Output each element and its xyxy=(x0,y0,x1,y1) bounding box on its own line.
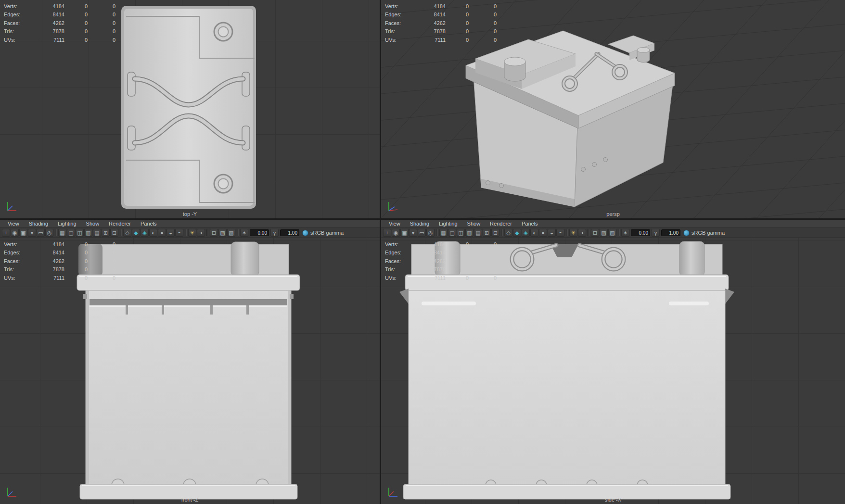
film-gate-icon[interactable]: ▢ xyxy=(448,229,456,237)
panel-toolbar: +◉▣▾▭◎▦▢◫▥▤⊞⊡◇◆◈◐●◒◓☀◑⊟▧▨ ✶ 0.00 γ 1.00 … xyxy=(381,228,845,238)
lock-camera-icon[interactable]: ◉ xyxy=(392,229,400,237)
shadows-toggle-icon[interactable]: ◑ xyxy=(578,229,586,237)
hud-value-selected: 0 xyxy=(64,12,88,17)
menu-panels[interactable]: Panels xyxy=(517,221,543,227)
xray-joints-icon[interactable]: ▨ xyxy=(227,229,235,237)
menu-show[interactable]: Show xyxy=(462,221,486,227)
toolbar-separator xyxy=(55,229,57,236)
hud-value-other: 0 xyxy=(469,20,497,26)
wireframe-icon[interactable]: ◇ xyxy=(123,229,131,237)
camera-attributes-icon[interactable]: ▣ xyxy=(19,229,27,237)
hud-value-total: 4184 xyxy=(36,3,64,9)
motion-blur-icon[interactable]: ◓ xyxy=(556,229,564,237)
gate-mask-icon[interactable]: ▥ xyxy=(465,229,474,237)
image-plane-icon[interactable]: ▭ xyxy=(37,229,45,237)
persp-view-canvas[interactable]: Verts: 4184 0 0 Edges: 8414 0 0 Faces: xyxy=(381,0,845,218)
safe-action-icon[interactable]: ⊞ xyxy=(102,229,110,237)
menu-shading[interactable]: Shading xyxy=(405,221,434,227)
exposure-field[interactable]: 0.00 xyxy=(250,229,269,236)
select-camera-icon[interactable]: + xyxy=(2,229,10,237)
safe-title-icon[interactable]: ⊡ xyxy=(491,229,499,237)
use-default-material-icon[interactable]: ◐ xyxy=(149,229,157,237)
hud-label: Edges: xyxy=(4,12,36,17)
menu-panels[interactable]: Panels xyxy=(136,221,162,227)
select-camera-icon[interactable]: + xyxy=(383,229,391,237)
exposure-toggle-icon[interactable]: ✶ xyxy=(240,229,248,237)
menu-renderer[interactable]: Renderer xyxy=(485,221,517,227)
menu-items: ViewShadingLightingShowRendererPanels xyxy=(3,221,162,227)
toolbar-separator xyxy=(185,229,187,236)
use-default-material-icon[interactable]: ◐ xyxy=(530,229,538,237)
bookmarks-icon[interactable]: ▾ xyxy=(28,229,36,237)
image-plane-icon[interactable]: ▭ xyxy=(418,229,426,237)
exposure-field[interactable]: 0.00 xyxy=(631,229,650,236)
ambient-occlusion-icon[interactable]: ◒ xyxy=(548,229,556,237)
gamma-toggle-icon[interactable]: γ xyxy=(652,229,660,237)
toolbar-separator xyxy=(206,229,208,236)
pan-zoom-icon[interactable]: ◎ xyxy=(426,229,435,237)
view-transform-select[interactable]: sRGB gamma xyxy=(683,230,725,236)
grid-icon[interactable]: ▦ xyxy=(58,229,66,237)
grid-icon[interactable]: ▦ xyxy=(439,229,448,237)
top-view-canvas[interactable]: Verts: 4184 0 0 Edges: 8414 0 0 Faces: xyxy=(0,0,380,218)
lights-icon[interactable]: ☀ xyxy=(569,229,577,237)
hud-value-total: 8414 xyxy=(36,250,64,255)
menu-lighting[interactable]: Lighting xyxy=(434,221,462,227)
hud-label: Edges: xyxy=(4,250,36,255)
safe-title-icon[interactable]: ⊡ xyxy=(110,229,118,237)
xray-icon[interactable]: ▧ xyxy=(218,229,227,237)
camera-attributes-icon[interactable]: ▣ xyxy=(400,229,409,237)
textured-icon[interactable]: ◈ xyxy=(141,229,149,237)
hud-value-total: 7111 xyxy=(417,275,446,281)
lock-camera-icon[interactable]: ◉ xyxy=(11,229,19,237)
wireframe-icon[interactable]: ◇ xyxy=(504,229,512,237)
menu-shading[interactable]: Shading xyxy=(24,221,53,227)
film-gate-icon[interactable]: ▢ xyxy=(67,229,75,237)
resolution-gate-icon[interactable]: ◫ xyxy=(457,229,465,237)
hud-label: Verts: xyxy=(385,241,417,247)
pan-zoom-icon[interactable]: ◎ xyxy=(45,229,53,237)
menu-view[interactable]: View xyxy=(3,221,24,227)
poly-count-hud: Verts: 4184 0 0 Edges: 8414 0 0 Faces: xyxy=(4,240,115,282)
exposure-toggle-icon[interactable]: ✶ xyxy=(621,229,629,237)
menu-show[interactable]: Show xyxy=(81,221,104,227)
resolution-gate-icon[interactable]: ◫ xyxy=(76,229,84,237)
textured-icon[interactable]: ◈ xyxy=(522,229,530,237)
motion-blur-icon[interactable]: ◓ xyxy=(175,229,183,237)
gamma-field[interactable]: 1.00 xyxy=(280,229,299,236)
shadows-icon[interactable]: ● xyxy=(158,229,166,237)
hud-value-other: 0 xyxy=(469,241,497,247)
isolate-select-icon[interactable]: ⊟ xyxy=(591,229,599,237)
gamma-toggle-icon[interactable]: γ xyxy=(270,229,279,237)
shadows-toggle-icon[interactable]: ◑ xyxy=(197,229,205,237)
hud-value-selected: 0 xyxy=(64,250,88,255)
toolbar-separator xyxy=(588,229,589,236)
hud-value-other: 0 xyxy=(88,275,115,281)
shadows-icon[interactable]: ● xyxy=(539,229,547,237)
xray-icon[interactable]: ▧ xyxy=(600,229,608,237)
field-chart-icon[interactable]: ▤ xyxy=(474,229,482,237)
view-transform-select[interactable]: sRGB gamma xyxy=(302,230,344,236)
front-view-canvas[interactable]: Verts: 4184 0 0 Edges: 8414 0 0 Faces: xyxy=(0,238,380,504)
lights-icon[interactable]: ☀ xyxy=(188,229,196,237)
smooth-shade-icon[interactable]: ◆ xyxy=(513,229,521,237)
field-chart-icon[interactable]: ▤ xyxy=(93,229,101,237)
hud-value-total: 4184 xyxy=(417,241,446,247)
isolate-select-icon[interactable]: ⊟ xyxy=(210,229,218,237)
bookmarks-icon[interactable]: ▾ xyxy=(409,229,417,237)
hud-row: Verts: 4184 0 0 xyxy=(4,240,115,249)
ambient-occlusion-icon[interactable]: ◒ xyxy=(166,229,175,237)
gate-mask-icon[interactable]: ▥ xyxy=(84,229,92,237)
hud-value-selected: 0 xyxy=(64,20,88,26)
safe-action-icon[interactable]: ⊞ xyxy=(483,229,491,237)
hud-value-other: 0 xyxy=(88,250,115,255)
xray-joints-icon[interactable]: ▨ xyxy=(608,229,616,237)
smooth-shade-icon[interactable]: ◆ xyxy=(132,229,140,237)
side-view-canvas[interactable]: Verts: 4184 0 0 Edges: 8414 0 0 Faces: xyxy=(381,238,845,504)
menu-lighting[interactable]: Lighting xyxy=(53,221,81,227)
gamma-field[interactable]: 1.00 xyxy=(661,229,680,236)
menu-renderer[interactable]: Renderer xyxy=(104,221,136,227)
toolbar-icons: +◉▣▾▭◎▦▢◫▥▤⊞⊡◇◆◈◐●◒◓☀◑⊟▧▨ xyxy=(383,229,621,237)
poly-count-hud: Verts: 4184 0 0 Edges: 8414 0 0 Faces: xyxy=(385,2,497,44)
menu-view[interactable]: View xyxy=(384,221,405,227)
